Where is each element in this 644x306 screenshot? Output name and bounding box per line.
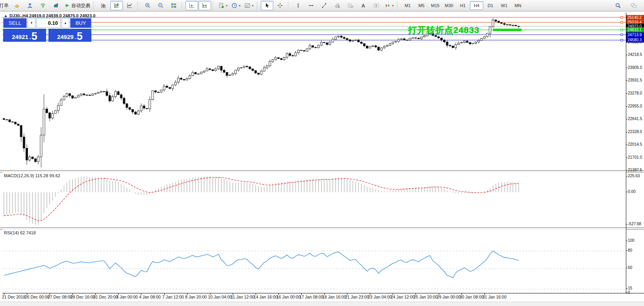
cursor-glyph xyxy=(264,2,270,9)
indicators-button[interactable]: ▾ xyxy=(217,1,229,10)
volume-increase-button[interactable]: ▲ xyxy=(61,18,69,28)
trendline-button[interactable] xyxy=(318,1,330,10)
axis-tick xyxy=(626,224,627,224)
time-axis-line[interactable] xyxy=(2,293,644,293)
community-profile-button[interactable] xyxy=(24,1,36,10)
chevron-down-icon: ▾ xyxy=(392,4,393,7)
timeframe-d1-button[interactable]: D1 xyxy=(484,1,497,10)
arrows-button[interactable]: ▾ xyxy=(383,1,395,10)
new-order-button-label: 打单 xyxy=(0,2,9,9)
line-glyph xyxy=(126,2,133,9)
highlight-segment[interactable] xyxy=(493,29,522,31)
toolbar-separator xyxy=(288,2,290,9)
svg-text:E: E xyxy=(338,6,340,8)
chat-glyph xyxy=(631,2,637,9)
axis-tick xyxy=(626,288,627,289)
macd-axis-label: 225.63 xyxy=(628,174,640,178)
rsi-axis-label: 100 xyxy=(628,238,635,243)
sell-price[interactable]: 24921.5 xyxy=(3,29,46,42)
signal-glyph xyxy=(40,2,46,9)
hline-price-tag[interactable]: 24580.3 xyxy=(626,37,644,43)
sell-button[interactable]: SELL xyxy=(3,18,27,28)
candlestick-chart xyxy=(2,13,626,170)
buy-button[interactable]: BUY xyxy=(70,18,91,28)
candlestick-button[interactable] xyxy=(110,1,123,10)
cursor-button[interactable] xyxy=(261,1,273,10)
timeframe-h4-button[interactable]: H4 xyxy=(470,1,483,10)
charm-icon[interactable] xyxy=(11,1,23,10)
fibonacci-button[interactable]: F xyxy=(344,1,356,10)
fibo-glyph: F xyxy=(347,2,353,9)
text-label-button[interactable]: T xyxy=(370,1,382,10)
axis-tick xyxy=(626,176,627,176)
main-toolbar: 打单自动交易▾▾▾EFAT▾M1M5M15M30H1H4D1W1MN xyxy=(0,0,644,11)
time-tick-label: 31 Jan 16:00 xyxy=(483,295,507,299)
market-button[interactable] xyxy=(50,1,62,10)
chart-shift-button[interactable] xyxy=(199,1,211,10)
macd-signal-line xyxy=(4,177,519,221)
timeframe-m1-button[interactable]: M1 xyxy=(401,1,414,10)
shift-glyph xyxy=(202,2,208,9)
periods-button[interactable]: ▾ xyxy=(230,1,242,10)
buy-price[interactable]: 24929.5 xyxy=(48,29,91,42)
timeframe-m30-button[interactable]: M30 xyxy=(442,1,456,10)
price-tick-label: 21701.0 xyxy=(628,155,642,159)
time-tick-label: 7 Jan 12:00 xyxy=(162,295,184,299)
candles-glyph xyxy=(113,2,120,9)
axis-tick xyxy=(626,68,627,68)
buy-price-big: 5 xyxy=(77,32,83,41)
timeframe-w1-button[interactable]: W1 xyxy=(497,1,511,10)
horizontal-line-button[interactable] xyxy=(305,1,317,10)
axis-tick xyxy=(626,293,627,293)
sell-price-big: 5 xyxy=(32,32,37,41)
chart-annotation-text[interactable]: 打开转折点24833 xyxy=(408,24,479,36)
volume-input[interactable] xyxy=(36,18,61,28)
trade-panel-toggle-icon[interactable]: ▲ xyxy=(4,14,7,18)
hline-price-tag[interactable]: 24713.9 xyxy=(626,32,644,37)
text-button[interactable]: A xyxy=(357,1,369,10)
chart-header: ▲ DJ30-,H4 24919.0 24939.0 24875.0 24923… xyxy=(4,13,95,18)
hline-price-tag[interactable]: 24833.1 xyxy=(626,27,644,32)
templates-button[interactable]: ▾ xyxy=(243,1,255,10)
time-tick-label: 8 Jan 20:00 xyxy=(185,295,207,299)
axis-tick xyxy=(626,241,627,241)
search-button[interactable] xyxy=(612,1,624,10)
axis-tick xyxy=(626,158,627,158)
toolbar-separator xyxy=(137,2,139,9)
time-tick-label: 17 Jan 08:00 xyxy=(299,295,323,299)
price-tick-label: 23591.5 xyxy=(628,78,642,82)
axis-tick xyxy=(626,192,627,192)
axis-tick xyxy=(626,145,627,145)
time-tick-label: 11 Jan 12:00 xyxy=(231,295,254,299)
timeframe-m5-button[interactable]: M5 xyxy=(415,1,428,10)
time-tick-label: 14 Jan 16:00 xyxy=(254,295,278,299)
price-tick-label: 24218.5 xyxy=(628,52,642,57)
time-tick-label: 21 Jan 23:00 xyxy=(345,295,369,299)
chevron-down-icon: ▾ xyxy=(239,4,240,7)
auto-trading-button[interactable]: 自动交易 xyxy=(63,1,92,10)
timeframe-h1-button[interactable]: H1 xyxy=(456,1,470,10)
auto-scroll-button[interactable] xyxy=(186,1,198,10)
tile-windows-button[interactable] xyxy=(167,1,180,10)
price-chart-pane xyxy=(2,13,626,170)
volume-decrease-button[interactable]: ▼ xyxy=(28,18,35,28)
timeframe-mn-button[interactable]: MN xyxy=(511,1,525,10)
zoom-out-button[interactable] xyxy=(154,1,167,10)
zoom-in-button[interactable] xyxy=(141,1,154,10)
zoomin-glyph xyxy=(145,2,151,9)
svg-text:T: T xyxy=(375,4,377,8)
time-tick-label: 26 Dec 00:00 xyxy=(25,295,49,299)
new-order-button[interactable]: 打单 xyxy=(0,1,10,10)
chat-button[interactable] xyxy=(627,1,640,10)
line-chart-button[interactable] xyxy=(123,1,136,10)
timeframe-m15-button[interactable]: M15 xyxy=(429,1,442,10)
crosshair-button[interactable] xyxy=(274,1,286,10)
toolbar-right-group xyxy=(612,1,642,10)
tile-glyph xyxy=(171,2,177,9)
vertical-line-button[interactable] xyxy=(292,1,304,10)
signals-button[interactable] xyxy=(37,1,49,10)
bar-chart-button[interactable] xyxy=(97,1,110,10)
axis-tick xyxy=(626,250,627,251)
toolbar-separator xyxy=(182,2,184,9)
equidistant-channel-button[interactable]: E xyxy=(331,1,343,10)
